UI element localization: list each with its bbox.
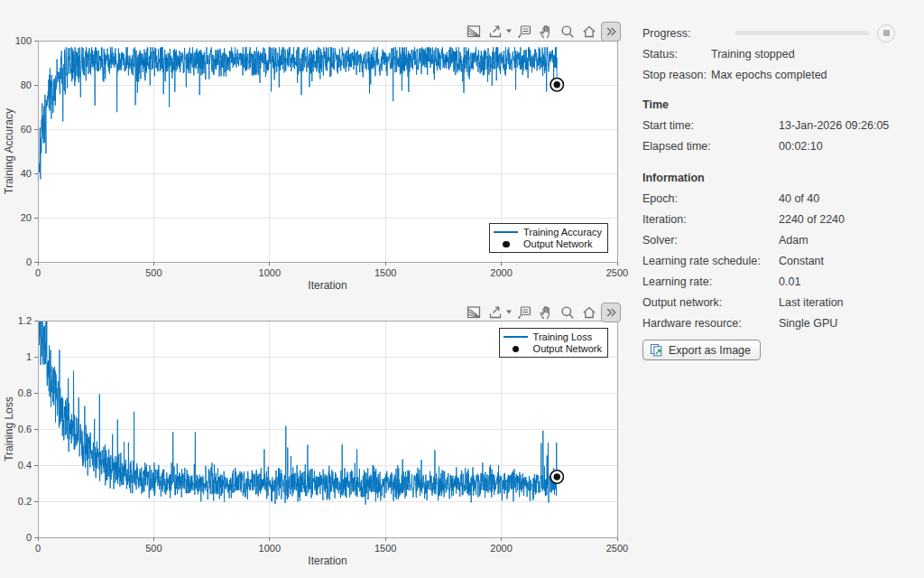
- learning-rate-schedule-label: Learning rate schedule:: [642, 255, 779, 267]
- legend-entry-output-network: Output Network: [492, 238, 602, 251]
- start-time-value: 13-Jan-2026 09:26:05: [779, 119, 889, 132]
- line-swatch: [502, 336, 531, 338]
- svg-text:0: 0: [26, 532, 32, 543]
- stop-reason-row: Stop reason: Max epochs completed: [642, 64, 924, 85]
- solver-value: Adam: [779, 234, 808, 247]
- information-section-header: Information: [642, 167, 924, 188]
- learning-rate-row: Learning rate: 0.01: [642, 271, 924, 292]
- dot-swatch: [502, 346, 531, 353]
- pan-icon[interactable]: [536, 23, 555, 42]
- solver-label: Solver:: [642, 234, 779, 247]
- stop-reason-value: Max epochs completed: [711, 69, 827, 81]
- accuracy-legend: Training Accuracy Output Network: [489, 223, 608, 253]
- svg-text:0: 0: [35, 543, 41, 554]
- export-as-image-button[interactable]: Export as Image: [642, 340, 761, 360]
- legend-entry-output-network: Output Network: [502, 343, 602, 356]
- iteration-label: Iteration:: [642, 213, 779, 226]
- status-value: Training stopped: [711, 48, 795, 61]
- pan-icon[interactable]: [536, 303, 555, 322]
- svg-text:2000: 2000: [490, 267, 512, 278]
- export-button-label: Export as Image: [669, 344, 751, 357]
- svg-text:80: 80: [21, 79, 32, 90]
- svg-text:1: 1: [26, 351, 32, 362]
- svg-text:Training Accuracy: Training Accuracy: [3, 108, 15, 194]
- hardware-resource-row: Hardware resource: Single GPU: [642, 312, 924, 333]
- start-time-row: Start time: 13-Jan-2026 09:26:05: [642, 115, 924, 135]
- svg-text:500: 500: [145, 543, 162, 554]
- zoom-icon[interactable]: [558, 303, 577, 322]
- accuracy-axes-toolbar: [464, 22, 621, 42]
- svg-text:1000: 1000: [259, 267, 281, 278]
- legend-label: Output Network: [533, 343, 602, 354]
- svg-text:2500: 2500: [606, 543, 628, 554]
- svg-text:40: 40: [21, 168, 32, 179]
- status-label: Status:: [642, 48, 711, 61]
- export-icon[interactable]: [485, 303, 504, 322]
- progress-bar: [735, 31, 869, 35]
- toolbar-expand-icon[interactable]: [601, 303, 621, 322]
- datatip-icon[interactable]: [514, 303, 533, 322]
- svg-text:2000: 2000: [490, 543, 512, 554]
- learning-rate-schedule-value: Constant: [779, 255, 824, 267]
- iteration-row: Iteration: 2240 of 2240: [642, 209, 924, 229]
- hardware-resource-label: Hardware resource:: [642, 317, 779, 330]
- stop-reason-label: Stop reason:: [642, 69, 711, 81]
- loss-axes-toolbar: [464, 303, 621, 322]
- svg-text:0.6: 0.6: [18, 424, 32, 434]
- svg-text:500: 500: [145, 267, 162, 278]
- brush-icon[interactable]: [464, 303, 483, 322]
- svg-text:0: 0: [35, 267, 41, 278]
- epoch-value: 40 of 40: [779, 192, 819, 205]
- svg-text:1500: 1500: [374, 543, 396, 554]
- brush-icon[interactable]: [464, 23, 483, 42]
- solver-row: Solver: Adam: [642, 229, 924, 250]
- home-icon[interactable]: [579, 23, 598, 42]
- elapsed-time-value: 00:02:10: [779, 140, 823, 153]
- status-row: Status: Training stopped: [642, 43, 924, 64]
- svg-text:0.2: 0.2: [18, 496, 32, 507]
- toolbar-expand-icon[interactable]: [601, 22, 621, 42]
- line-swatch: [492, 231, 521, 233]
- export-dropdown-caret[interactable]: [505, 23, 513, 42]
- learning-rate-schedule-row: Learning rate schedule: Constant: [642, 250, 924, 271]
- learning-rate-label: Learning rate:: [642, 275, 779, 288]
- svg-text:1.2: 1.2: [18, 315, 32, 326]
- loss-legend: Training Loss Output Network: [499, 328, 608, 358]
- legend-label: Training Loss: [533, 331, 593, 342]
- legend-label: Training Accuracy: [523, 227, 602, 238]
- legend-entry-training-loss: Training Loss: [502, 331, 602, 343]
- hardware-resource-value: Single GPU: [779, 317, 837, 330]
- stop-training-button[interactable]: [877, 24, 895, 42]
- elapsed-time-label: Elapsed time:: [642, 140, 779, 153]
- export-image-icon: [650, 343, 663, 357]
- export-dropdown-caret[interactable]: [505, 303, 513, 322]
- training-info-panel: Progress: Status: Training stopped Stop …: [632, 0, 924, 360]
- iteration-value: 2240 of 2240: [779, 213, 845, 226]
- home-icon[interactable]: [579, 303, 598, 322]
- export-icon[interactable]: [485, 23, 504, 42]
- zoom-icon[interactable]: [558, 23, 577, 42]
- training-progress-window: 05001000150020002500020406080100Iteratio…: [0, 0, 924, 578]
- svg-text:0.8: 0.8: [18, 387, 32, 398]
- dot-swatch: [492, 241, 521, 248]
- progress-label: Progress:: [642, 27, 711, 40]
- output-network-row: Output network: Last iteration: [642, 292, 924, 312]
- output-network-value: Last iteration: [779, 296, 844, 309]
- learning-rate-value: 0.01: [779, 275, 800, 288]
- epoch-row: Epoch: 40 of 40: [642, 188, 924, 209]
- svg-text:Training Loss: Training Loss: [3, 396, 15, 461]
- progress-row: Progress:: [642, 23, 924, 43]
- stop-icon: [883, 30, 890, 36]
- legend-entry-training-accuracy: Training Accuracy: [492, 226, 602, 238]
- svg-text:1000: 1000: [259, 543, 281, 554]
- svg-text:2500: 2500: [606, 267, 628, 278]
- svg-text:20: 20: [21, 212, 32, 223]
- output-network-label: Output network:: [642, 296, 779, 309]
- time-section-header: Time: [642, 94, 924, 115]
- elapsed-time-row: Elapsed time: 00:02:10: [642, 135, 924, 156]
- datatip-icon[interactable]: [514, 23, 533, 42]
- svg-text:60: 60: [21, 124, 32, 135]
- start-time-label: Start time:: [642, 119, 779, 132]
- svg-text:Iteration: Iteration: [308, 555, 346, 567]
- svg-text:Iteration: Iteration: [308, 279, 346, 292]
